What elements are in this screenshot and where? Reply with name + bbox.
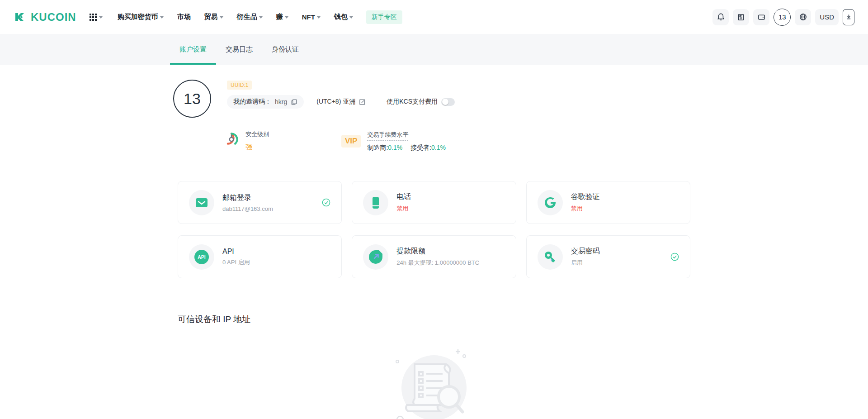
chevron-down-icon — [259, 16, 263, 19]
chevron-down-icon — [99, 16, 103, 19]
settings-tabbar: 账户设置 交易日志 身份认证 — [0, 34, 868, 65]
nav-item-wallet[interactable]: 钱包 — [327, 13, 360, 21]
vip-badge: VIP — [341, 135, 361, 148]
nav-item-nft[interactable]: NFT — [295, 13, 327, 21]
user-avatar[interactable]: 13 — [774, 9, 791, 26]
referral-code: hkrg — [275, 98, 287, 105]
uuid-badge: UUID:1 — [227, 81, 252, 90]
chevron-down-icon — [160, 16, 164, 19]
phone-icon — [363, 190, 388, 215]
card-subtitle: 0 API 启用 — [222, 258, 250, 267]
security-cards-grid: 邮箱登录 dab1117@163.com 电话 禁用 — [178, 181, 690, 278]
nav-item-label: 赚 — [276, 13, 283, 21]
card-title: 邮箱登录 — [222, 193, 273, 203]
security-level-label[interactable]: 安全级别 — [245, 130, 269, 140]
api-icon: API — [189, 244, 214, 270]
news-button[interactable] — [733, 9, 749, 25]
kcs-pay-fee-toggle[interactable] — [441, 98, 455, 106]
card-withdrawal-limit[interactable]: 提款限额 24h 最大提现: 1.00000000 BTC — [352, 235, 516, 278]
security-vip-row: 安全级别 强 VIP 交易手续费水平 制造商:0.1% 接受者:0.1% — [223, 130, 690, 152]
referral-label: 我的邀请码： — [233, 98, 271, 106]
wallet-icon — [757, 13, 766, 21]
nav-item-label: NFT — [302, 13, 315, 21]
maker-label: 制造商: — [367, 144, 388, 151]
app-download-icon — [846, 14, 852, 20]
card-phone[interactable]: 电话 禁用 — [352, 181, 516, 224]
nav-item-label: 钱包 — [334, 13, 348, 21]
nav-item-label: 购买加密货币 — [118, 13, 158, 21]
kucoin-logo-icon — [14, 10, 27, 24]
nav-item-label: 市场 — [177, 13, 191, 21]
fee-values: 制造商:0.1% 接受者:0.1% — [367, 144, 446, 152]
language-button[interactable] — [795, 9, 811, 25]
card-subtitle: 启用 — [571, 259, 600, 267]
apps-grid-icon — [89, 13, 97, 21]
check-circle-icon — [322, 198, 330, 207]
taker-value: 0.1% — [431, 144, 446, 151]
bell-icon — [717, 13, 725, 21]
security-level-block: 安全级别 强 — [223, 130, 269, 152]
kcs-fee-row: 使用KCS支付费用 — [387, 98, 455, 106]
empty-list-illustration — [387, 347, 481, 419]
main-nav: 购买加密货币 市场 贸易 衍生品 赚 NFT 钱包 — [111, 13, 360, 21]
trusted-devices-empty-state: 设置设备管理前请开启谷歌或短信验证启用 — [178, 347, 690, 419]
nav-item-label: 贸易 — [204, 13, 218, 21]
trade-password-key-icon — [538, 244, 563, 270]
card-trade-password[interactable]: 交易密码 启用 — [526, 235, 690, 278]
card-api[interactable]: API API 0 API 启用 — [178, 235, 342, 278]
profile-avatar: 13 — [173, 80, 211, 118]
card-subtitle: 禁用 — [571, 205, 600, 213]
tab-account-settings[interactable]: 账户设置 — [170, 34, 216, 65]
apps-grid-button[interactable] — [89, 13, 103, 21]
vip-fee-block: VIP 交易手续费水平 制造商:0.1% 接受者:0.1% — [341, 130, 446, 152]
chevron-down-icon — [285, 16, 288, 19]
kucoin-logo-text: KUCOIN — [31, 11, 76, 24]
nav-item-derivatives[interactable]: 衍生品 — [230, 13, 269, 21]
top-navbar: KUCOIN 购买加密货币 市场 贸易 衍生品 赚 — [0, 0, 868, 34]
navbar-right-group: 13 USD — [712, 9, 854, 26]
tab-trade-log[interactable]: 交易日志 — [216, 34, 262, 65]
nav-item-earn[interactable]: 赚 — [269, 13, 295, 21]
email-icon — [189, 190, 214, 215]
card-title: 电话 — [396, 192, 411, 202]
card-subtitle: 24h 最大提现: 1.00000000 BTC — [396, 259, 479, 267]
kucoin-logo[interactable]: KUCOIN — [14, 10, 76, 24]
trusted-devices-title: 可信设备和 IP 地址 — [178, 314, 690, 325]
timezone-row: (UTC+8) 亚洲 — [316, 98, 366, 106]
card-title: API — [222, 248, 250, 256]
currency-selector[interactable]: USD — [815, 9, 839, 25]
card-subtitle: 禁用 — [396, 205, 411, 213]
nav-item-buy-crypto[interactable]: 购买加密货币 — [111, 13, 170, 21]
tab-identity-verification[interactable]: 身份认证 — [262, 34, 308, 65]
fee-level-label[interactable]: 交易手续费水平 — [367, 131, 408, 141]
app-download-button[interactable] — [843, 9, 854, 25]
card-title: 谷歌验证 — [571, 192, 600, 202]
card-email-login[interactable]: 邮箱登录 dab1117@163.com — [178, 181, 342, 224]
taker-label: 接受者: — [410, 144, 431, 151]
card-title: 提款限额 — [396, 247, 479, 256]
profile-block: 13 UUID:1 我的邀请码： hkrg (UTC+8) 亚洲 — [178, 80, 690, 118]
chevron-down-icon — [349, 16, 353, 19]
nav-item-label: 衍生品 — [237, 13, 257, 21]
card-subtitle: dab1117@163.com — [222, 205, 273, 212]
timezone-value: (UTC+8) 亚洲 — [316, 98, 355, 106]
newbie-zone-badge[interactable]: 新手专区 — [366, 10, 402, 24]
referral-code-pill: 我的邀请码： hkrg — [227, 95, 304, 109]
assets-wallet-button[interactable] — [753, 9, 769, 25]
globe-icon — [799, 13, 807, 21]
nav-item-markets[interactable]: 市场 — [170, 13, 198, 21]
security-level-value: 强 — [245, 143, 269, 152]
svg-text:API: API — [198, 254, 206, 260]
withdrawal-arrow-icon — [363, 244, 388, 270]
google-icon — [538, 190, 563, 215]
news-icon — [737, 13, 745, 21]
chevron-down-icon — [220, 16, 223, 19]
copy-icon[interactable] — [291, 99, 297, 105]
check-circle-icon — [670, 252, 679, 261]
chevron-down-icon — [317, 16, 321, 19]
edit-icon[interactable] — [359, 99, 366, 105]
maker-value: 0.1% — [388, 144, 402, 151]
card-google-verification[interactable]: 谷歌验证 禁用 — [526, 181, 690, 224]
notifications-button[interactable] — [712, 9, 729, 25]
nav-item-trade[interactable]: 贸易 — [198, 13, 230, 21]
